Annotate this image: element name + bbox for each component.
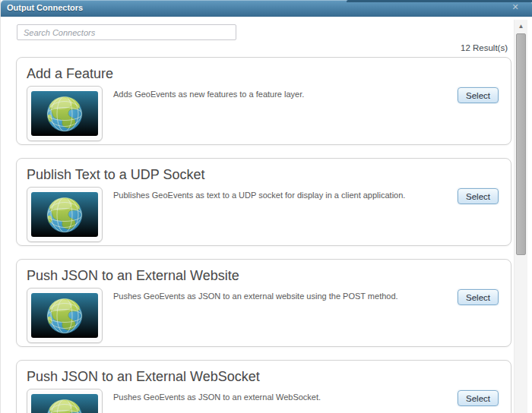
connector-title: Add a Feature bbox=[27, 65, 499, 84]
select-button[interactable]: Select bbox=[458, 390, 499, 406]
connector-card: Add a Feature Adds GeoEvents as new feat… bbox=[16, 57, 511, 145]
screen: Output Connectors ✕ 12 Result(s) Add a F… bbox=[0, 0, 532, 413]
connector-card: Push JSON to an External WebSocket Pushe… bbox=[16, 360, 511, 413]
select-button[interactable]: Select bbox=[458, 188, 499, 204]
results-count: 12 Result(s) bbox=[461, 43, 508, 52]
scrollbar-thumb[interactable] bbox=[516, 33, 526, 255]
page-banner-strip bbox=[347, 0, 532, 2]
globe-icon bbox=[31, 293, 98, 338]
connector-thumbnail bbox=[27, 288, 103, 343]
globe-icon bbox=[31, 394, 98, 413]
connector-thumbnail bbox=[27, 187, 103, 242]
output-connectors-dialog: Output Connectors ✕ 12 Result(s) Add a F… bbox=[0, 0, 532, 413]
scroll-up-icon[interactable]: ▲ bbox=[515, 21, 527, 32]
search-input[interactable] bbox=[17, 24, 236, 40]
connector-description: Pushes GeoEvents as JSON to an external … bbox=[113, 288, 458, 301]
connector-description: Adds GeoEvents as new features to a feat… bbox=[113, 86, 458, 99]
dialog-titlebar: Output Connectors bbox=[1, 0, 532, 17]
connector-title: Push JSON to an External Website bbox=[27, 266, 499, 285]
connector-card: Push JSON to an External Website Pushes … bbox=[16, 259, 511, 347]
connector-list: Add a Feature Adds GeoEvents as new feat… bbox=[16, 57, 511, 413]
connector-card: Publish Text to a UDP Socket Publishes G… bbox=[16, 158, 511, 246]
close-icon[interactable]: ✕ bbox=[511, 2, 520, 11]
dialog-title: Output Connectors bbox=[1, 0, 532, 15]
connector-thumbnail bbox=[27, 86, 103, 141]
connector-description: Publishes GeoEvents as text to a UDP soc… bbox=[113, 187, 458, 200]
globe-icon bbox=[31, 91, 98, 136]
connector-description: Pushes GeoEvents as JSON to an external … bbox=[113, 389, 458, 402]
select-button[interactable]: Select bbox=[458, 87, 499, 103]
connector-title: Push JSON to an External WebSocket bbox=[27, 367, 499, 386]
scrollbar[interactable]: ▲ bbox=[514, 20, 527, 413]
connector-thumbnail bbox=[27, 389, 103, 413]
dialog-content: 12 Result(s) Add a Feature Adds GeoEvent… bbox=[1, 16, 532, 413]
select-button[interactable]: Select bbox=[458, 289, 499, 305]
connector-title: Publish Text to a UDP Socket bbox=[27, 166, 499, 184]
globe-icon bbox=[31, 192, 98, 237]
